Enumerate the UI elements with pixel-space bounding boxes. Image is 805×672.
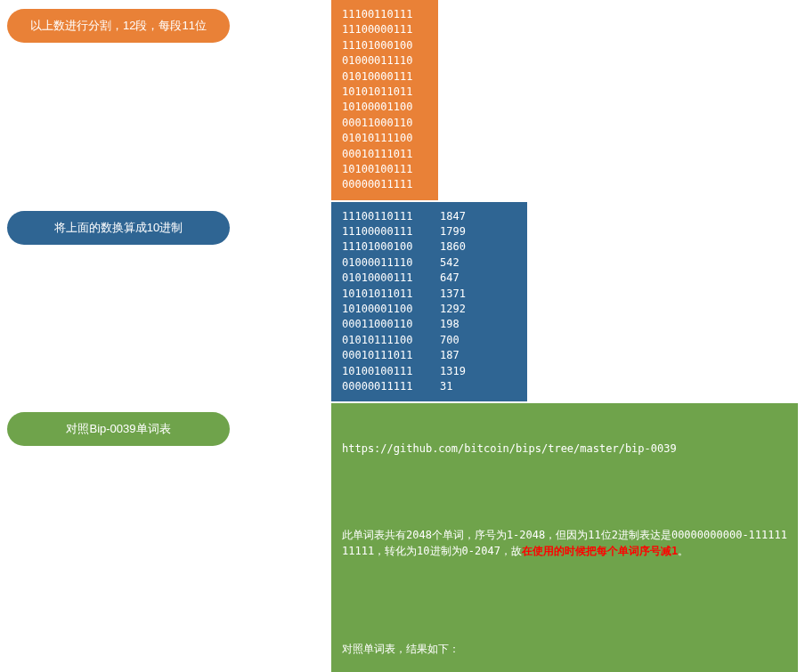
step-1-pill: 以上数进行分割，12段，每段11位 — [7, 9, 230, 43]
bin-cell: 10100001100 — [342, 302, 440, 317]
dec-cell: 647 — [440, 271, 484, 286]
dec-cell: 1799 — [440, 224, 484, 239]
bin-cell: 11100110111 — [342, 209, 440, 224]
dec-cell: 1860 — [440, 239, 484, 255]
step-3-pill: 对照Bip-0039单词表 — [7, 412, 230, 446]
bin-cell: 00011000110 — [342, 317, 440, 332]
step-3-note: 此单词表共有2048个单词，序号为1-2048，但因为11位2进制表达是0000… — [342, 528, 787, 559]
binary-line: 11101000100 — [342, 38, 427, 53]
binary-line: 10100100111 — [342, 162, 427, 177]
bin-cell: 10101011011 — [342, 287, 440, 302]
bin-cell: 10100100111 — [342, 364, 440, 379]
conv-row: 101001001111319 — [342, 364, 516, 379]
step-1-row: 以上数进行分割，12段，每段11位 1110011011111100000111… — [0, 0, 805, 200]
dec-cell: 1292 — [440, 302, 484, 317]
step-1-label: 以上数进行分割，12段，每段11位 — [30, 19, 207, 32]
binary-line: 10101011011 — [342, 85, 427, 100]
conv-row: 01000011110542 — [342, 255, 516, 271]
binary-line: 11100110111 — [342, 7, 427, 22]
conv-row: 00010111011187 — [342, 348, 516, 363]
bin-cell: 01010111100 — [342, 333, 440, 348]
dec-cell: 700 — [440, 333, 484, 348]
binary-line: 00010111011 — [342, 147, 427, 162]
step-3-label: 对照Bip-0039单词表 — [66, 422, 170, 435]
conv-row: 01010000111647 — [342, 271, 516, 286]
binary-line: 11100000111 — [342, 22, 427, 37]
conv-row: 101010110111371 — [342, 287, 516, 302]
step-3-panel: https://github.com/bitcoin/bips/tree/mas… — [331, 403, 798, 672]
result-header: 对照单词表，结果如下： — [342, 642, 787, 657]
binary-line: 00011000110 — [342, 116, 427, 131]
spacer — [342, 488, 787, 497]
bin-cell: 00000011111 — [342, 379, 440, 394]
dec-cell: 1371 — [440, 287, 484, 302]
bin-cell: 01000011110 — [342, 255, 440, 271]
binary-line: 01010000111 — [342, 69, 427, 85]
step-2-row: 将上面的数换算成10进制 111001101111847111000001111… — [0, 202, 805, 402]
binary-line: 10100001100 — [342, 100, 427, 115]
dec-cell: 187 — [440, 348, 484, 363]
bin-cell: 01010000111 — [342, 271, 440, 286]
conv-row: 111001101111847 — [342, 209, 516, 224]
conv-row: 111000001111799 — [342, 224, 516, 239]
binary-line: 01010111100 — [342, 131, 427, 146]
spacer — [342, 590, 787, 611]
dec-cell: 1847 — [440, 209, 484, 224]
conv-row: 01010111100700 — [342, 333, 516, 348]
step-1-panel: 1110011011111100000111111010001000100001… — [331, 0, 438, 200]
bin-cell: 11100000111 — [342, 224, 440, 239]
dec-cell: 198 — [440, 317, 484, 332]
step-2-pill: 将上面的数换算成10进制 — [7, 211, 230, 245]
dec-cell: 542 — [440, 255, 484, 271]
conv-row: 00011000110198 — [342, 317, 516, 332]
bin-cell: 11101000100 — [342, 239, 440, 255]
conv-row: 0000001111131 — [342, 379, 516, 394]
conv-row: 111010001001860 — [342, 239, 516, 255]
note-text-b: 。 — [678, 545, 688, 557]
binary-line: 01000011110 — [342, 53, 427, 69]
note-warning: 在使用的时候把每个单词序号减1 — [522, 545, 678, 557]
bip39-url: https://github.com/bitcoin/bips/tree/mas… — [342, 441, 787, 457]
step-2-label: 将上面的数换算成10进制 — [54, 221, 183, 234]
dec-cell: 31 — [440, 379, 484, 394]
bin-cell: 00010111011 — [342, 348, 440, 363]
binary-line: 00000011111 — [342, 177, 427, 192]
step-3-row: 对照Bip-0039单词表 https://github.com/bitcoin… — [0, 403, 805, 672]
dec-cell: 1319 — [440, 364, 484, 379]
conv-row: 101000011001292 — [342, 302, 516, 317]
step-2-panel: 1110011011118471110000011117991110100010… — [331, 202, 527, 402]
